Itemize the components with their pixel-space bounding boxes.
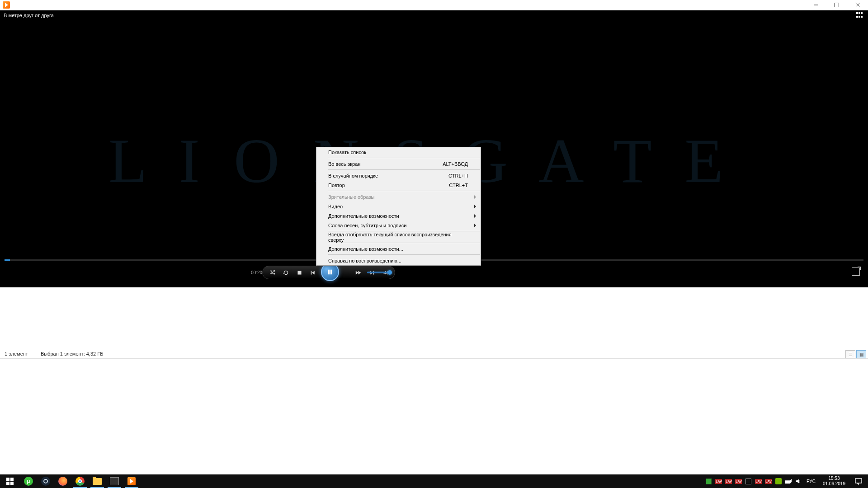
start-button[interactable] <box>0 474 20 488</box>
tray-lav-audio-icon[interactable]: LAV <box>735 478 742 485</box>
context-menu-label: Зрительные образы <box>328 194 374 200</box>
tray-time: 15:53 <box>823 476 845 481</box>
wmp-app-icon <box>3 1 10 9</box>
media-player-window: В метре друг от друга L I O N S G A T E … <box>0 10 868 287</box>
svg-rect-20 <box>855 479 862 483</box>
svg-marker-6 <box>312 271 315 274</box>
taskbar-app-wmp[interactable] <box>123 474 140 488</box>
stop-button[interactable] <box>292 266 306 279</box>
svg-marker-9 <box>355 271 358 274</box>
context-menu-label: Дополнительные возможности... <box>328 246 403 252</box>
context-menu-label: Видео <box>328 204 343 209</box>
playback-context-menu: Показать списокВо весь экранALT+ВВОДВ сл… <box>316 147 481 266</box>
context-menu-label: Дополнительные возможности <box>328 213 399 219</box>
context-menu-label: Всегда отображать текущий список воспрои… <box>328 232 468 243</box>
context-menu-shortcut: CTRL+T <box>449 183 468 188</box>
details-view-button[interactable]: ≣ <box>845 350 855 358</box>
context-menu-item: Зрительные образы <box>316 192 481 202</box>
shuffle-button[interactable] <box>265 266 279 279</box>
svg-rect-1 <box>835 3 839 7</box>
full-screen-button[interactable] <box>852 267 860 276</box>
context-menu-label: В случайном порядке <box>328 173 378 178</box>
context-menu-label: Слова песен, субтитры и подписи <box>328 223 406 228</box>
svg-rect-17 <box>6 482 9 485</box>
context-menu-item[interactable]: В случайном порядкеCTRL+H <box>316 171 481 180</box>
context-menu-shortcut: ALT+ВВОД <box>443 161 468 167</box>
svg-rect-18 <box>10 482 14 485</box>
svg-rect-14 <box>330 270 332 275</box>
icons-view-button[interactable]: ▦ <box>856 350 866 358</box>
context-menu-item[interactable]: Слова песен, субтитры и подписи <box>316 221 481 230</box>
context-menu-label: Показать список <box>328 150 366 155</box>
tray-nvidia-icon[interactable] <box>775 478 782 485</box>
volume-slider[interactable] <box>367 272 391 273</box>
repeat-button[interactable] <box>279 266 292 279</box>
fast-forward-button[interactable] <box>351 266 365 279</box>
tray-overlay-icon[interactable] <box>705 478 712 485</box>
window-maximize-button[interactable] <box>826 0 847 10</box>
previous-button[interactable] <box>306 266 320 279</box>
seek-progress <box>5 259 10 261</box>
context-menu-item[interactable]: Всегда отображать текущий список воспрои… <box>316 232 481 242</box>
taskbar-app-utorrent[interactable]: µ <box>20 474 37 488</box>
svg-rect-5 <box>311 271 311 274</box>
player-header: В метре друг от друга <box>0 10 868 20</box>
switch-to-library-button[interactable] <box>856 12 864 19</box>
tray-lav-icon-3[interactable]: LAV <box>765 478 772 485</box>
taskbar-app-chrome[interactable] <box>71 474 89 488</box>
tray-clock[interactable]: 15:53 01.06.2019 <box>820 476 848 487</box>
taskbar-app-movies[interactable] <box>106 474 123 488</box>
svg-rect-15 <box>6 478 9 481</box>
svg-rect-16 <box>10 478 14 481</box>
tray-date: 01.06.2019 <box>823 481 845 487</box>
submenu-arrow-icon <box>474 195 476 199</box>
submenu-arrow-icon <box>474 214 476 218</box>
context-menu-item[interactable]: Видео <box>316 202 481 211</box>
elapsed-time: 00:20 <box>251 270 262 275</box>
tray-lav-video-icon[interactable]: LAV <box>725 478 732 485</box>
context-menu-item[interactable]: Дополнительные возможности... <box>316 244 481 253</box>
svg-rect-4 <box>297 271 301 274</box>
window-titlebar <box>0 0 868 10</box>
explorer-status-bar: 1 элемент Выбран 1 элемент: 4,32 ГБ ≣ ▦ <box>0 349 868 359</box>
now-playing-title: В метре друг от друга <box>4 13 54 18</box>
taskbar-app-explorer[interactable] <box>89 474 106 488</box>
submenu-arrow-icon <box>474 205 476 208</box>
submenu-arrow-icon <box>474 224 476 227</box>
taskbar: µ LAV LAV LAV LAV LAV РУС 15:53 01.06.20… <box>0 474 868 488</box>
window-minimize-button[interactable] <box>806 0 826 10</box>
context-menu-separator <box>328 158 480 158</box>
svg-rect-19 <box>785 480 790 483</box>
tray-directvobsub-icon[interactable] <box>745 478 752 485</box>
context-menu-label: Повтор <box>328 183 345 188</box>
context-menu-item[interactable]: Справка по воспроизведению... <box>316 256 481 265</box>
context-menu-item[interactable]: ПовторCTRL+T <box>316 180 481 190</box>
tray-network-icon[interactable] <box>785 478 792 485</box>
svg-marker-10 <box>358 271 361 274</box>
tray-lav-splitter-icon[interactable]: LAV <box>715 478 722 485</box>
context-menu-label: Во весь экран <box>328 161 360 167</box>
context-menu-separator <box>328 243 480 243</box>
context-menu-item[interactable]: Во весь экранALT+ВВОД <box>316 159 481 169</box>
tray-volume-icon[interactable] <box>795 478 802 485</box>
context-menu-separator <box>328 254 480 255</box>
tray-language-indicator[interactable]: РУС <box>805 479 817 484</box>
play-pause-button[interactable] <box>321 263 339 281</box>
system-tray: LAV LAV LAV LAV LAV РУС 15:53 01.06.2019 <box>705 474 868 488</box>
context-menu-item[interactable]: Дополнительные возможности <box>316 211 481 221</box>
context-menu-separator <box>328 169 480 170</box>
taskbar-app-firefox[interactable] <box>54 474 71 488</box>
context-menu-shortcut: CTRL+H <box>448 173 468 178</box>
taskbar-app-steam[interactable] <box>37 474 54 488</box>
pause-icon <box>327 269 333 275</box>
svg-rect-13 <box>328 270 330 275</box>
action-center-button[interactable] <box>851 474 866 488</box>
context-menu-label: Справка по воспроизведению... <box>328 258 401 263</box>
status-selection: Выбран 1 элемент: 4,32 ГБ <box>41 351 104 357</box>
context-menu-item[interactable]: Показать список <box>316 147 481 157</box>
windows-icon <box>6 478 14 485</box>
status-item-count: 1 элемент <box>5 351 28 357</box>
tray-lav-icon-2[interactable]: LAV <box>755 478 762 485</box>
context-menu-separator <box>328 191 480 191</box>
window-close-button[interactable] <box>847 0 868 10</box>
